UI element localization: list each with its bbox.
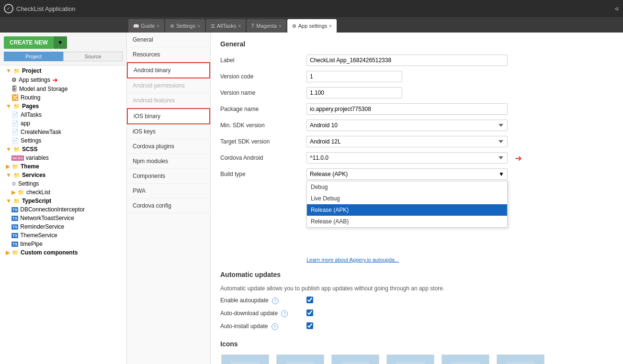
build-type-dropdown-trigger[interactable]: Release (APK) ▼	[306, 168, 508, 180]
collapse-button[interactable]: «	[615, 4, 619, 13]
folder-icon: ▼	[6, 67, 11, 74]
field-label-label: Label	[220, 57, 306, 64]
folder-open-icon: ▶	[6, 249, 10, 256]
sidebar-item-project[interactable]: ▼ 📁 Project	[4, 66, 123, 75]
field-control-autoinstall	[306, 322, 508, 331]
tab-appsettings-close[interactable]: ×	[329, 23, 332, 29]
sidebar-item-appsettings[interactable]: ⚙ App settings ➜	[4, 75, 123, 85]
sidebar-item-settings-service[interactable]: ⚙ Settings	[4, 179, 123, 188]
tab-guide-close[interactable]: ×	[157, 23, 159, 29]
sidebar-item-reminder[interactable]: TS ReminderService	[4, 222, 123, 231]
tab-settings-close[interactable]: ×	[197, 23, 200, 29]
left-panel-android-features[interactable]: Android features	[127, 93, 210, 108]
sidebar-item-custom[interactable]: ▶ 📁 Custom components	[4, 248, 123, 257]
icon-item-xhdpi: Clear Browse Extra-high density(xhdpi, 9…	[385, 354, 436, 364]
sidebar-item-theme[interactable]: ▶ 📁 Theme	[4, 162, 123, 171]
learn-more-link[interactable]: Learn more about Appery.io autoupda...	[306, 257, 399, 263]
sidebar-item-checklist[interactable]: ▶ 📁 checkList	[4, 188, 123, 197]
form-row-autoinstall: Auto-install update ?	[220, 322, 613, 331]
left-panel-npm-modules[interactable]: Npm modules	[127, 154, 210, 169]
magenta-tab-icon: T	[251, 23, 254, 29]
field-control-version-code	[306, 71, 508, 82]
folder-open-icon: ▼	[6, 172, 11, 178]
sidebar-item-alltasks[interactable]: 📄 AllTasks	[4, 110, 123, 119]
left-panel-general[interactable]: General	[127, 33, 210, 47]
icon-preview-mdpi	[276, 354, 324, 364]
version-name-input[interactable]	[306, 87, 402, 99]
version-code-input[interactable]	[306, 71, 402, 82]
source-tab[interactable]: Source	[63, 52, 123, 61]
tab-magenta-close[interactable]: ×	[279, 23, 282, 29]
sidebar-item-timepipe[interactable]: TS timePipe	[4, 240, 123, 248]
sidebar-item-settings-page[interactable]: 📄 Settings	[4, 136, 123, 145]
create-new-dropdown[interactable]: ▼	[54, 36, 67, 49]
build-option-release-apk[interactable]: Release (APK)	[307, 204, 507, 216]
folder-open-icon: ▼	[6, 198, 11, 204]
target-sdk-select[interactable]: Android 12L Android 12 Android 11	[306, 136, 508, 147]
sidebar-item-services[interactable]: ▼ 📁 Services	[4, 171, 123, 179]
svg-rect-20	[506, 362, 535, 364]
sidebar-item-label: Services	[22, 172, 45, 178]
autodownload-help[interactable]: ?	[281, 310, 288, 317]
page-icon: 📄	[11, 111, 19, 118]
form-row-enable-autoupdate: Enable autoupdate ?	[220, 297, 613, 305]
sidebar-item-createnewtask[interactable]: 📄 CreateNewTask	[4, 128, 123, 136]
field-label-autodownload: Auto-download update ?	[220, 310, 306, 317]
sidebar-item-variables[interactable]: SCSS variables	[4, 154, 123, 162]
create-new-button[interactable]: CREATE NEW	[4, 36, 54, 49]
sidebar-item-label: NetworkToastService	[20, 215, 74, 221]
tab-alltasks[interactable]: ☰ AllTasks ×	[206, 19, 246, 33]
form-row-label: Label	[220, 55, 613, 66]
sidebar-item-app[interactable]: 📄 app	[4, 119, 123, 128]
tab-guide[interactable]: 📖 Guide ×	[128, 19, 164, 33]
icon-svg-xxxhdpi	[506, 362, 535, 364]
sidebar-item-label: DBConnectionInterceptor	[20, 206, 85, 213]
top-bar: ✓ CheckList Application «	[0, 0, 623, 17]
sidebar-item-routing[interactable]: 🔀 Routing	[4, 93, 123, 102]
autoinstall-checkbox[interactable]	[306, 322, 313, 329]
left-panel-resources[interactable]: Resources	[127, 47, 210, 62]
left-panel-pwa[interactable]: PWA	[127, 184, 210, 199]
tab-settings[interactable]: ⚙ Settings ×	[165, 19, 205, 33]
appsettings-tab-icon: ⚙	[292, 23, 296, 29]
build-option-release-aab[interactable]: Release (AAB)	[307, 216, 507, 227]
sidebar-item-label: Model and Storage	[19, 86, 68, 92]
form-row-package-name: Package name	[220, 103, 613, 115]
label-input[interactable]	[306, 55, 508, 66]
build-option-livedebug[interactable]: Live Debug	[307, 193, 507, 204]
autoinstall-help[interactable]: ?	[272, 323, 278, 330]
sidebar-item-label: Settings	[21, 137, 41, 144]
field-label-enable-autoupdate: Enable autoupdate ?	[220, 297, 306, 304]
tab-magenta[interactable]: T Magenta ×	[247, 19, 286, 33]
enable-autoupdate-checkbox[interactable]	[306, 297, 313, 303]
sidebar-item-scss[interactable]: ▼ 📁 SCSS	[4, 145, 123, 154]
field-control-version-name	[306, 87, 508, 99]
sidebar-item-pages[interactable]: ▼ 📁 Pages	[4, 102, 123, 110]
sidebar-item-model[interactable]: 🗄 Model and Storage	[4, 85, 123, 93]
field-control-learnmore: Learn more about Appery.io autoupda...	[306, 256, 508, 263]
sidebar: CREATE NEW ▼ Project Source ▼ 📁 Project …	[0, 33, 127, 364]
left-panel-android-binary[interactable]: Android binary	[127, 62, 210, 78]
build-option-debug[interactable]: Debug	[307, 181, 507, 193]
sidebar-item-theme-service[interactable]: TS ThemeService	[4, 231, 123, 240]
left-panel-components[interactable]: Components	[127, 169, 210, 184]
autodownload-checkbox[interactable]	[306, 309, 313, 316]
sidebar-item-networktoast[interactable]: TS NetworkToastService	[4, 214, 123, 222]
tab-alltasks-close[interactable]: ×	[238, 23, 241, 29]
left-panel-ios-binary[interactable]: iOS binary	[127, 108, 210, 124]
sidebar-item-typescript[interactable]: ▼ 📁 TypeScript	[4, 197, 123, 205]
left-panel-cordova-config[interactable]: Cordova config	[127, 199, 210, 213]
left-panel-android-permissions[interactable]: Android permissions	[127, 78, 210, 93]
svg-rect-12	[396, 362, 425, 364]
sidebar-item-label: variables	[26, 154, 49, 161]
sidebar-item-dbconnection[interactable]: TS DBConnectionInterceptor	[4, 205, 123, 214]
left-panel-ios-keys[interactable]: iOS keys	[127, 124, 210, 139]
enable-autoupdate-help[interactable]: ?	[272, 298, 279, 304]
cordova-android-select[interactable]: ^11.0.0 ^10.0.0	[306, 152, 508, 164]
project-tab[interactable]: Project	[4, 52, 63, 61]
min-sdk-select[interactable]: Android 10 Android 9 Android 8	[306, 120, 508, 131]
left-panel-cordova-plugins[interactable]: Cordova plugins	[127, 139, 210, 154]
sidebar-item-label: AllTasks	[21, 111, 42, 118]
tab-appsettings[interactable]: ⚙ App settings ×	[287, 19, 337, 33]
package-name-input[interactable]	[306, 103, 508, 115]
